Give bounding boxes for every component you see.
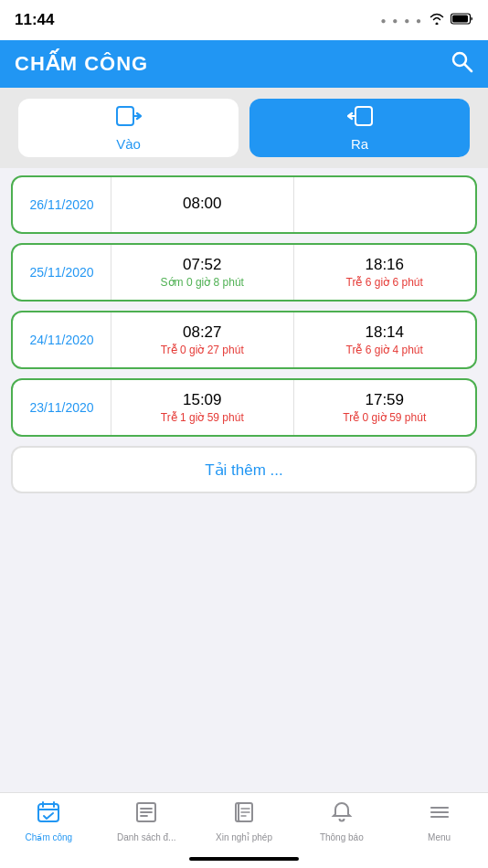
- check-in-button[interactable]: Vào: [18, 99, 239, 157]
- nav-item-thong-bao[interactable]: Thông báo: [292, 800, 390, 842]
- record-row[interactable]: 26/11/2020 08:00: [11, 175, 477, 234]
- nav-label-danh-sach: Danh sách đ...: [117, 832, 175, 842]
- nav-item-menu[interactable]: Menu: [390, 800, 488, 842]
- record-checkout: [294, 177, 476, 232]
- record-checkout: 18:14 Trễ 6 giờ 4 phút: [294, 312, 476, 367]
- newspaper-icon: [232, 800, 256, 830]
- check-in-icon: [116, 105, 142, 132]
- svg-line-3: [465, 65, 472, 72]
- status-bar: 11:44 ● ● ● ●: [0, 0, 488, 40]
- search-icon[interactable]: [450, 49, 473, 79]
- nav-label-menu: Menu: [428, 832, 451, 842]
- records-content: 26/11/2020 08:00 25/11/2020 07:52 Sớm 0 …: [0, 168, 488, 510]
- calendar-check-icon: [37, 800, 60, 830]
- check-out-icon: [347, 105, 373, 132]
- status-time: 11:44: [15, 11, 54, 29]
- home-indicator: [189, 857, 299, 861]
- record-checkin: 07:52 Sớm 0 giờ 8 phút: [111, 245, 294, 300]
- nav-item-danh-sach[interactable]: Danh sách đ...: [98, 800, 196, 842]
- svg-rect-5: [355, 107, 372, 125]
- record-date: 25/11/2020: [13, 245, 111, 300]
- record-checkin: 08:00: [111, 177, 294, 232]
- record-checkin: 15:09 Trễ 1 giờ 59 phút: [111, 380, 294, 435]
- status-icons: ● ● ● ●: [381, 12, 474, 28]
- toggle-section: Vào Ra: [0, 88, 488, 168]
- svg-rect-1: [452, 16, 468, 23]
- nav-label-thong-bao: Thông báo: [320, 832, 364, 842]
- record-row[interactable]: 25/11/2020 07:52 Sớm 0 giờ 8 phút 18:16 …: [11, 243, 477, 302]
- load-more-button[interactable]: Tải thêm ...: [11, 446, 477, 493]
- check-out-label: Ra: [351, 136, 368, 152]
- bell-icon: [330, 800, 354, 830]
- record-row[interactable]: 24/11/2020 08:27 Trễ 0 giờ 27 phút 18:14…: [11, 311, 477, 369]
- wifi-icon: [429, 12, 445, 28]
- record-checkout: 17:59 Trễ 0 giờ 59 phút: [294, 380, 476, 435]
- nav-label-xin-nghi: Xin nghỉ phép: [216, 832, 272, 842]
- svg-rect-6: [38, 804, 58, 821]
- battery-icon: [451, 12, 473, 28]
- app-title: CHẤM CÔNG: [15, 52, 148, 76]
- app-header: CHẤM CÔNG: [0, 40, 488, 88]
- record-checkout: 18:16 Trễ 6 giờ 6 phút: [294, 245, 476, 300]
- nav-label-cham-cong: Chấm công: [26, 832, 73, 842]
- nav-item-xin-nghi[interactable]: Xin nghỉ phép: [196, 800, 293, 842]
- record-date: 26/11/2020: [13, 177, 111, 232]
- signal-dots-icon: ● ● ● ●: [381, 16, 424, 26]
- nav-item-cham-cong[interactable]: Chấm công: [0, 800, 98, 842]
- record-date: 23/11/2020: [13, 380, 111, 435]
- menu-icon: [428, 800, 451, 830]
- load-more-label: Tải thêm ...: [205, 460, 283, 480]
- list-icon: [134, 800, 158, 830]
- record-row[interactable]: 23/11/2020 15:09 Trễ 1 giờ 59 phút 17:59…: [11, 378, 477, 437]
- record-date: 24/11/2020: [13, 312, 111, 367]
- svg-rect-4: [117, 107, 133, 125]
- record-checkin: 08:27 Trễ 0 giờ 27 phút: [111, 312, 294, 367]
- check-out-button[interactable]: Ra: [249, 99, 470, 157]
- check-in-label: Vào: [116, 136, 141, 152]
